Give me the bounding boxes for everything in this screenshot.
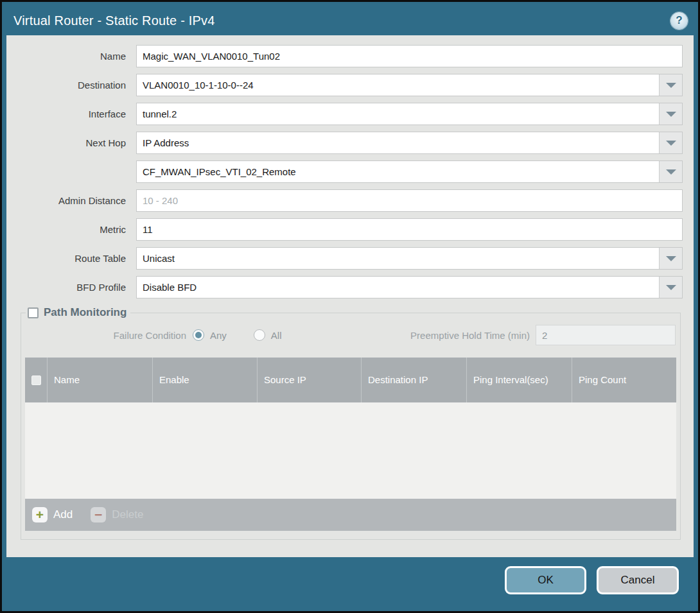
- name-label: Name: [6, 51, 132, 62]
- destination-label: Destination: [6, 80, 132, 91]
- ok-button[interactable]: OK: [505, 566, 586, 594]
- failure-condition-label: Failure Condition: [24, 330, 193, 341]
- admin-distance-input[interactable]: [136, 189, 683, 212]
- form-row-metric: Metric: [6, 218, 683, 241]
- table-header-destination-ip[interactable]: Destination IP: [361, 358, 466, 402]
- add-button-label: Add: [53, 508, 73, 521]
- bfd-profile-label: BFD Profile: [6, 282, 132, 293]
- destination-dropdown-button[interactable]: [659, 74, 682, 96]
- next-hop-label: Next Hop: [6, 137, 132, 148]
- form-row-destination: Destination: [6, 74, 683, 96]
- path-monitoring-legend: Path Monitoring: [26, 306, 130, 319]
- metric-label: Metric: [6, 224, 132, 235]
- select-all-checkbox[interactable]: [31, 376, 41, 385]
- interface-input[interactable]: [137, 103, 659, 125]
- add-button[interactable]: + Add: [32, 507, 73, 522]
- table-header-row: Name Enable Source IP Destination IP Pin…: [25, 358, 676, 402]
- bfd-profile-input[interactable]: [137, 277, 659, 298]
- chevron-down-icon: [666, 256, 676, 261]
- route-table-dropdown-button[interactable]: [659, 248, 682, 269]
- next-hop-address-input[interactable]: [137, 161, 659, 182]
- preemptive-hold-time-label: Preemptive Hold Time (min): [410, 330, 536, 341]
- failure-condition-any-option[interactable]: Any: [193, 329, 227, 341]
- table-header-ping-interval[interactable]: Ping Interval(sec): [466, 358, 572, 402]
- name-input[interactable]: [136, 45, 683, 67]
- table-toolbar: + Add − Delete: [25, 499, 676, 531]
- table-body-empty: [25, 402, 676, 499]
- minus-icon: −: [91, 507, 106, 522]
- form-row-next-hop-address: [6, 160, 683, 183]
- table-header-source-ip[interactable]: Source IP: [257, 358, 361, 402]
- dialog-footer: OK Cancel: [2, 557, 698, 611]
- form-row-bfd-profile: BFD Profile: [6, 276, 683, 298]
- destination-input[interactable]: [137, 74, 659, 96]
- static-route-dialog: Virtual Router - Static Route - IPv4 ? N…: [0, 0, 700, 613]
- chevron-down-icon: [666, 141, 676, 146]
- table-header-select-all: [25, 358, 47, 402]
- table-header-name[interactable]: Name: [47, 358, 152, 402]
- chevron-down-icon: [666, 285, 676, 290]
- next-hop-type-dropdown-button[interactable]: [659, 132, 682, 153]
- route-table-input[interactable]: [137, 248, 659, 269]
- admin-distance-label: Admin Distance: [6, 195, 132, 206]
- form-row-name: Name: [6, 45, 683, 67]
- path-monitoring-section: Path Monitoring Failure Condition Any Al…: [21, 306, 681, 540]
- radio-all-icon[interactable]: [254, 329, 265, 341]
- titlebar: Virtual Router - Static Route - IPv4 ?: [2, 2, 698, 35]
- cancel-button[interactable]: Cancel: [597, 566, 679, 594]
- chevron-down-icon: [666, 83, 676, 88]
- failure-condition-row: Failure Condition Any All Preemptive Hol…: [24, 324, 677, 346]
- radio-any-label: Any: [210, 330, 227, 341]
- preemptive-hold-time-input[interactable]: [536, 325, 676, 345]
- form-row-route-table: Route Table: [6, 247, 683, 270]
- delete-button-label: Delete: [112, 508, 143, 521]
- failure-condition-all-option[interactable]: All: [254, 329, 282, 341]
- form-row-next-hop: Next Hop: [6, 132, 683, 154]
- dialog-title: Virtual Router - Static Route - IPv4: [13, 13, 670, 28]
- path-monitoring-checkbox[interactable]: [28, 307, 39, 318]
- chevron-down-icon: [666, 112, 676, 117]
- radio-all-label: All: [271, 330, 282, 341]
- path-monitoring-label: Path Monitoring: [44, 306, 127, 319]
- help-icon[interactable]: ?: [670, 12, 688, 30]
- form-row-interface: Interface: [6, 103, 683, 125]
- next-hop-address-dropdown-button[interactable]: [659, 161, 682, 182]
- table-header-enable[interactable]: Enable: [152, 358, 257, 402]
- bfd-profile-dropdown-button[interactable]: [659, 277, 682, 298]
- plus-icon: +: [32, 507, 48, 522]
- table-header-ping-count[interactable]: Ping Count: [572, 358, 676, 402]
- interface-label: Interface: [6, 108, 132, 119]
- chevron-down-icon: [666, 169, 676, 175]
- route-table-label: Route Table: [6, 253, 132, 264]
- delete-button[interactable]: − Delete: [91, 507, 143, 522]
- form-row-admin-distance: Admin Distance: [6, 189, 683, 212]
- interface-dropdown-button[interactable]: [659, 103, 682, 125]
- next-hop-type-input[interactable]: [137, 132, 659, 153]
- metric-input[interactable]: [136, 218, 683, 241]
- path-monitoring-table: Name Enable Source IP Destination IP Pin…: [25, 358, 676, 531]
- radio-any-icon[interactable]: [193, 329, 204, 341]
- dialog-content: Name Destination Interface: [6, 35, 694, 557]
